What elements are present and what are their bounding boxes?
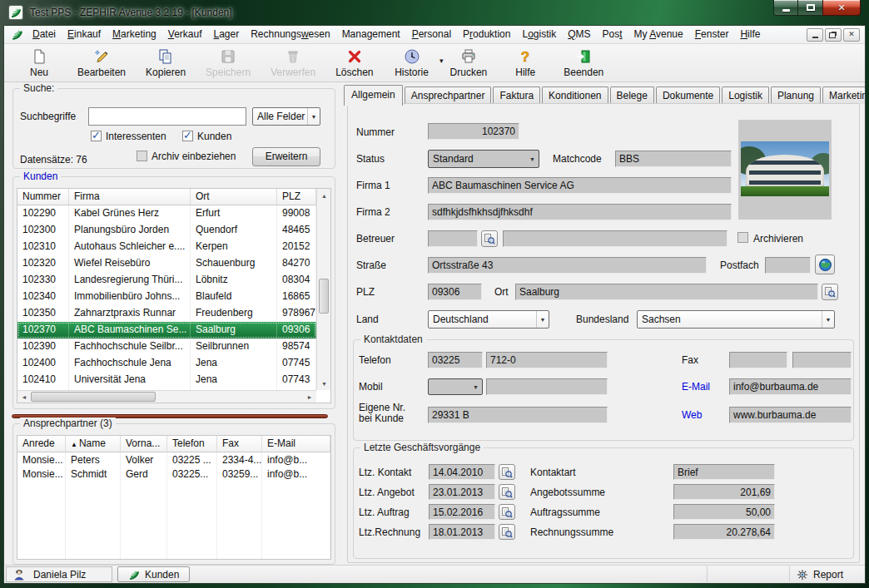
mdi-close-button[interactable]: ✕ — [843, 28, 860, 42]
nummer-field[interactable]: 102370 — [428, 123, 519, 140]
toolbar-button-drucken[interactable]: Drucken — [447, 46, 491, 80]
bundesland-select[interactable]: Sachsen ▼ — [637, 310, 835, 329]
betreuer-lookup-button[interactable] — [481, 230, 498, 247]
column-header-email[interactable]: E-Mail — [262, 436, 330, 452]
menu-item-management[interactable]: Management — [336, 26, 406, 43]
postfach-field[interactable] — [765, 257, 811, 274]
customer-row-102350[interactable]: 102350 Zahnarztpraxis Runnar Freudenberg… — [17, 305, 316, 322]
customer-row-102410[interactable]: 102410 Universität Jena Jena 07743 — [17, 372, 316, 388]
toolbar-button-kopieren[interactable]: Kopieren — [142, 46, 189, 80]
tab-ansprechpartner[interactable]: Ansprechpartner — [405, 86, 492, 104]
column-header-anrede[interactable]: Anrede — [17, 436, 66, 452]
column-header-firma[interactable]: Firma — [69, 189, 191, 205]
firma2-field[interactable]: sdfhkjdsfhkhsdjfhksdhf — [428, 204, 732, 220]
customer-row-102330[interactable]: 102330 Landesregierung Thüri... Löbnitz … — [17, 272, 316, 289]
contact-row-peters[interactable]: Monsie... Peters Volker 03225 ... 2334-4… — [17, 452, 330, 467]
toolbar-button-verwerfen[interactable]: Verwerfen — [267, 46, 319, 80]
email-label[interactable]: E-Mail — [682, 381, 710, 393]
date-lookup-button[interactable] — [499, 484, 515, 500]
menu-item-hilfe[interactable]: Hilfe — [734, 26, 766, 43]
ort-field[interactable]: Saalburg — [515, 284, 818, 300]
scroll-left-icon[interactable]: ◄ — [17, 391, 31, 403]
menu-item-verkauf[interactable]: Verkauf — [162, 26, 208, 43]
scroll-up-icon[interactable]: ▲ — [317, 189, 331, 202]
app-menu-icon[interactable] — [9, 28, 24, 42]
ort-lookup-button[interactable] — [822, 284, 838, 300]
maximize-button[interactable] — [798, 0, 822, 16]
contact-row-schmidt[interactable]: Monsie... Schmidt Gerd 03225... 03259...… — [17, 467, 330, 481]
menu-item-einkauf[interactable]: Einkauf — [62, 26, 107, 43]
customer-row-102370[interactable]: 102370 ABC Baumaschinen Se... Saalburg 0… — [17, 322, 316, 338]
customer-row-102340[interactable]: 102340 Immobilienbüro Johns... Blaufeld … — [17, 289, 316, 305]
horizontal-scroll-thumb[interactable] — [31, 392, 156, 402]
menu-item-marketing[interactable]: Marketing — [107, 26, 162, 43]
toolbar-button-speichern[interactable]: Speichern — [202, 46, 254, 80]
web-label[interactable]: Web — [682, 409, 702, 421]
customer-row-102320[interactable]: 102320 Wiefel Reisebüro Schauenburg 8427… — [17, 255, 316, 272]
date-lookup-button[interactable] — [499, 524, 515, 540]
statusbar-tab-kunden[interactable]: Kunden — [117, 566, 190, 582]
expand-button[interactable]: Erweitern — [252, 147, 320, 166]
web-field[interactable]: www.burbauma.de — [729, 407, 852, 423]
toolbar-button-hilfe[interactable]: Hilfe — [504, 46, 547, 80]
vertical-scrollbar[interactable]: ▲ ▼ — [316, 189, 330, 390]
interessenten-checkbox[interactable] — [91, 131, 102, 141]
tab-allgemein[interactable]: Allgemein — [344, 85, 403, 106]
tab-dokumente[interactable]: Dokumente — [656, 86, 720, 104]
plz-field[interactable]: 09306 — [428, 284, 482, 300]
field-scope-select[interactable]: Alle Felder ▼ — [252, 107, 320, 126]
mdi-minimize-button[interactable] — [807, 28, 823, 42]
kunden-checkbox[interactable] — [182, 131, 193, 141]
menu-item-lager[interactable]: Lager — [207, 26, 245, 43]
telefon-nummer-field[interactable]: 712-0 — [486, 352, 608, 368]
column-header-plz[interactable]: PLZ — [277, 189, 316, 205]
mobil-nummer-field[interactable] — [486, 378, 608, 395]
customer-row-102390[interactable]: 102390 Fachhochschule Seilbr... Seilbrun… — [17, 338, 316, 355]
mobil-vorwahl-select[interactable]: ▼ — [428, 378, 483, 395]
firma1-field[interactable]: ABC Baumaschinen Service AG — [428, 177, 732, 194]
tab-faktura[interactable]: Faktura — [493, 86, 540, 104]
archive-checkbox[interactable] — [137, 151, 147, 161]
toolbar-button-loschen[interactable]: Löschen — [332, 46, 376, 80]
telefon-vorwahl-field[interactable]: 03225 — [428, 352, 483, 368]
toolbar-button-historie[interactable]: Historie — [390, 46, 434, 80]
column-header-telefon[interactable]: Telefon — [167, 436, 217, 452]
strasse-field[interactable]: Ortsstraße 43 — [428, 257, 707, 274]
land-select[interactable]: Deutschland ▼ — [428, 310, 549, 329]
menu-item-logistik[interactable]: Logistik — [516, 26, 562, 43]
tab-planung[interactable]: Planung — [771, 86, 821, 104]
tab-marketing[interactable]: Marketing — [822, 86, 865, 104]
mdi-restore-button[interactable] — [825, 28, 842, 42]
fax-nummer-field[interactable] — [792, 352, 852, 368]
tab-logistik[interactable]: Logistik — [722, 86, 769, 104]
menu-item-post[interactable]: Post — [597, 26, 628, 43]
customer-row-102290[interactable]: 102290 Kabel Grünes Herz Erfurt 99008 — [17, 205, 316, 222]
horizontal-scrollbar[interactable]: ◄ ► — [17, 390, 316, 403]
customer-row-102300[interactable]: 102300 Planungsbüro Jorden Quendorf 4846… — [17, 222, 316, 239]
column-header-vorname[interactable]: Vorna... — [121, 436, 167, 452]
eigene-nr-field[interactable]: 29331 B — [428, 407, 608, 423]
search-input[interactable] — [88, 107, 246, 126]
menu-item-fenster[interactable]: Fenster — [689, 26, 735, 43]
menu-item-produktion[interactable]: Produktion — [457, 26, 516, 43]
minimize-button[interactable] — [773, 0, 798, 16]
column-header-ort[interactable]: Ort — [191, 189, 277, 205]
menu-item-datei[interactable]: Datei — [27, 26, 62, 43]
menu-item-personal[interactable]: Personal — [406, 26, 457, 43]
close-button[interactable]: ✕ — [822, 0, 861, 16]
tab-belege[interactable]: Belege — [610, 86, 654, 104]
menu-item-my-avenue[interactable]: My Avenue — [628, 26, 689, 43]
customer-row-102400[interactable]: 102400 Fachhochschule Jena Jena 07745 — [17, 355, 316, 372]
menu-item-qms[interactable]: QMS — [562, 26, 596, 43]
betreuer-code-field[interactable] — [428, 230, 478, 247]
customer-row-102310[interactable]: 102310 Autohaus Schleicher e.... Kerpen … — [17, 239, 316, 255]
statusbar-report[interactable]: Report — [790, 566, 865, 583]
toolbar-button-neu[interactable]: Neu — [17, 46, 61, 80]
toolbar-button-beenden[interactable]: Beenden — [560, 46, 607, 80]
archivieren-checkbox[interactable] — [737, 232, 748, 243]
date-lookup-button[interactable] — [499, 464, 515, 480]
vertical-scroll-thumb[interactable] — [319, 279, 329, 314]
tab-konditionen[interactable]: Konditionen — [542, 86, 608, 104]
betreuer-name-field[interactable] — [503, 230, 727, 247]
column-header-nummer[interactable]: Nummer — [17, 189, 69, 205]
